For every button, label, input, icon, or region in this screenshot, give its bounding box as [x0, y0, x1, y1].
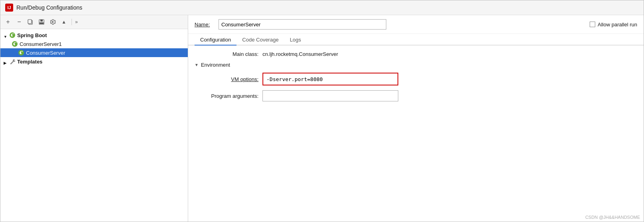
consumer-server-label: ConsumerServer: [26, 50, 65, 56]
svg-rect-1: [28, 20, 32, 24]
add-button[interactable]: +: [4, 18, 12, 26]
wrench-icon: [9, 58, 16, 65]
svg-rect-3: [40, 20, 43, 22]
vm-options-label: VM options:: [195, 76, 258, 82]
name-row: Name: Allow parallel run: [188, 15, 644, 34]
svg-point-6: [13, 34, 14, 34]
svg-point-7: [12, 41, 18, 47]
tree-area: Spring Boot ConsumerServer1: [0, 29, 188, 222]
run-debug-dialog: IJ Run/Debug Configurations + −: [0, 0, 644, 222]
tree-item-templates[interactable]: Templates: [0, 57, 188, 66]
allow-parallel-checkbox[interactable]: [590, 22, 595, 27]
main-class-value: cn.ljh.rocketmq.ConsumerServer: [262, 51, 637, 57]
main-class-row: Main class: cn.ljh.rocketmq.ConsumerServ…: [195, 51, 637, 57]
tabs-row: Configuration Code Coverage Logs: [188, 34, 644, 46]
app-icon: IJ: [5, 4, 13, 12]
name-label: Name:: [195, 22, 215, 28]
expand-icon: [4, 33, 8, 37]
save-button[interactable]: [37, 18, 46, 26]
templates-expand-icon: [4, 59, 8, 63]
watermark: CSDN @JH&&HANDSOME: [585, 215, 640, 220]
environment-label: Environment: [201, 62, 230, 68]
tree-item-consumer-server[interactable]: ConsumerServer: [0, 48, 188, 57]
allow-parallel-container: Allow parallel run: [590, 22, 637, 28]
templates-label: Templates: [17, 59, 42, 65]
svg-point-9: [18, 50, 24, 56]
toolbar: + −: [0, 15, 188, 29]
vm-options-row: VM options:: [195, 73, 637, 85]
program-args-row: Program arguments:: [195, 90, 637, 101]
consumer-server-1-label: ConsumerServer1: [20, 41, 62, 47]
left-panel: + −: [0, 15, 188, 222]
program-args-label: Program arguments:: [195, 93, 258, 99]
move-up-button[interactable]: ▲: [60, 18, 68, 26]
environment-expand-icon[interactable]: ▼: [195, 63, 199, 67]
program-args-input[interactable]: [262, 90, 398, 101]
main-class-label: Main class:: [195, 51, 258, 57]
title-bar: IJ Run/Debug Configurations: [0, 0, 644, 15]
run-config-icon-2: [18, 50, 24, 56]
more-button[interactable]: »: [75, 19, 78, 25]
right-panel: Name: Allow parallel run Configuration C…: [188, 15, 644, 222]
spring-boot-label: Spring Boot: [17, 32, 47, 38]
environment-section-header: ▼ Environment: [195, 62, 637, 68]
config-content: Main class: cn.ljh.rocketmq.ConsumerServ…: [188, 46, 644, 222]
dialog-title: Run/Debug Configurations: [16, 4, 82, 11]
run-config-icon-1: [12, 41, 18, 47]
svg-point-8: [16, 42, 16, 43]
copy-button[interactable]: [26, 18, 35, 26]
svg-rect-4: [40, 22, 44, 24]
spring-boot-icon: [9, 32, 16, 38]
name-input[interactable]: [219, 19, 386, 30]
svg-point-10: [22, 51, 23, 52]
toolbar-separator: [72, 19, 72, 25]
settings-button[interactable]: [48, 18, 57, 26]
tab-code-coverage[interactable]: Code Coverage: [237, 34, 284, 46]
vm-options-input[interactable]: [262, 73, 398, 85]
tab-logs[interactable]: Logs: [284, 34, 306, 46]
tree-item-spring-boot[interactable]: Spring Boot: [0, 31, 188, 40]
svg-point-5: [10, 32, 15, 38]
tree-item-consumer-server-1[interactable]: ConsumerServer1: [0, 40, 188, 48]
allow-parallel-label: Allow parallel run: [598, 22, 637, 28]
tab-configuration[interactable]: Configuration: [195, 34, 237, 46]
content-area: + −: [0, 15, 644, 222]
remove-button[interactable]: −: [15, 18, 24, 26]
